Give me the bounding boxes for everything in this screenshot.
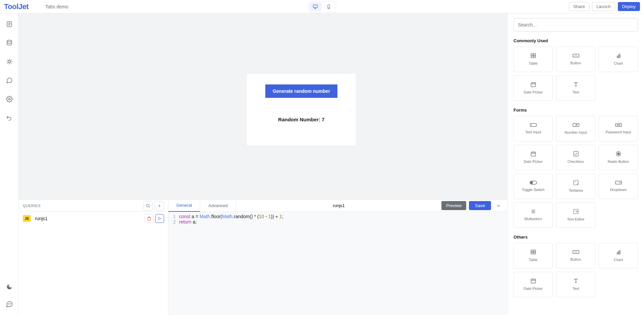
card-widget[interactable]: Generate random number Random Number: 7: [247, 74, 356, 146]
svg-point-2: [328, 7, 329, 8]
widget-label: Chart: [614, 61, 623, 66]
widget-text[interactable]: Text: [556, 272, 595, 297]
widget-button[interactable]: OKButton: [556, 243, 595, 268]
query-name-input[interactable]: [305, 203, 372, 208]
widget-chart[interactable]: Chart: [599, 243, 638, 268]
collapse-panel-button[interactable]: [494, 201, 503, 210]
widget-chart[interactable]: Chart: [599, 47, 638, 72]
password-input-icon: [615, 123, 622, 127]
number-input-icon: 2: [572, 122, 580, 128]
canvas-page: Generate random number Random Number: 7: [66, 13, 498, 199]
add-query-button[interactable]: +: [155, 201, 164, 210]
button-icon: OK: [572, 53, 580, 58]
widget-checkbox[interactable]: Checkbox: [556, 145, 595, 170]
tab-advanced[interactable]: Advanced: [200, 200, 236, 212]
widget-label: Password Input: [606, 130, 631, 134]
date-picker-icon: [530, 278, 537, 284]
widget-label: Textarea: [569, 188, 583, 193]
widget-text[interactable]: Text: [556, 75, 595, 101]
widget-label: Chart: [614, 258, 623, 262]
widget-label: Button: [571, 257, 581, 262]
chart-icon: [615, 53, 622, 59]
svg-rect-15: [531, 83, 536, 87]
canvas[interactable]: Generate random number Random Number: 7: [19, 13, 507, 199]
undo-icon[interactable]: [5, 114, 13, 122]
share-button[interactable]: Share: [569, 2, 589, 11]
deploy-button[interactable]: Deploy: [618, 2, 640, 11]
save-button[interactable]: Save: [469, 201, 491, 210]
widget-multiselect[interactable]: Multiselect: [514, 202, 553, 228]
widget-label: Multiselect: [525, 217, 542, 221]
svg-point-26: [618, 153, 620, 155]
code-line: 1const a = Math.floor(Math.random() * (1…: [168, 214, 507, 219]
preview-button[interactable]: Preview: [441, 201, 466, 210]
query-item[interactable]: JS runjs1: [19, 212, 168, 225]
mobile-icon: [326, 4, 331, 9]
svg-point-22: [619, 125, 620, 125]
widget-table[interactable]: Table: [514, 47, 553, 72]
datasources-icon[interactable]: [5, 39, 13, 47]
widget-dropdown[interactable]: Dropdown: [599, 174, 638, 199]
button-icon: OK: [572, 249, 580, 255]
pages-icon[interactable]: [5, 20, 13, 28]
widget-date-picker[interactable]: Date Picker: [514, 75, 553, 101]
widget-label: Text: [572, 287, 579, 291]
svg-rect-23: [531, 152, 536, 156]
widget-search-input[interactable]: [514, 18, 638, 32]
desktop-device-button[interactable]: [309, 2, 321, 11]
widget-number-input[interactable]: 2Number Input: [556, 116, 595, 141]
widget-date-picker[interactable]: Date Picker: [514, 145, 553, 170]
widget-radio-button[interactable]: Radio Button: [599, 145, 638, 170]
svg-point-6: [8, 99, 10, 100]
section-title: Commonly Used: [514, 38, 638, 43]
random-number-text: Random Number: 7: [278, 117, 324, 122]
svg-point-9: [10, 304, 10, 304]
chart-icon: [615, 249, 622, 255]
play-icon: [158, 216, 162, 220]
widget-panel: Commonly UsedTableOKButtonChartDate Pick…: [507, 13, 644, 315]
toggle-switch-icon: [529, 180, 537, 185]
code-line: 2return a;: [168, 219, 507, 225]
debug-icon[interactable]: [5, 58, 13, 66]
svg-rect-24: [574, 152, 578, 156]
text-icon: [573, 81, 579, 87]
query-list-header: QUERIES +: [19, 200, 168, 212]
delete-query-button[interactable]: [145, 214, 153, 223]
mobile-device-button[interactable]: [323, 2, 335, 11]
comments-icon[interactable]: [5, 76, 13, 84]
widget-date-picker[interactable]: Date Picker: [514, 272, 553, 297]
svg-rect-16: [530, 124, 536, 127]
svg-rect-31: [615, 181, 621, 184]
run-query-button[interactable]: [155, 214, 164, 223]
widget-toggle-switch[interactable]: Toggle Switch: [514, 174, 553, 199]
widget-label: Radio Button: [608, 160, 629, 164]
help-icon[interactable]: [5, 300, 13, 308]
widget-textarea[interactable]: TTextarea: [556, 174, 595, 199]
generate-random-button[interactable]: Generate random number: [265, 84, 337, 98]
launch-button[interactable]: Launch: [592, 2, 615, 11]
svg-rect-37: [531, 279, 536, 283]
chevron-down-icon: [496, 203, 501, 208]
widget-text-input[interactable]: Text Input: [514, 116, 553, 141]
table-icon: [530, 53, 537, 59]
widget-table[interactable]: Table: [514, 243, 553, 268]
settings-icon[interactable]: [5, 95, 13, 103]
widget-button[interactable]: OKButton: [556, 47, 595, 72]
code-editor[interactable]: 1const a = Math.floor(Math.random() * (1…: [168, 212, 507, 315]
query-editor: General Advanced Preview Save 1const a =…: [168, 200, 507, 315]
widget-label: Table: [529, 258, 537, 262]
search-queries-button[interactable]: [143, 201, 153, 210]
svg-text:T: T: [575, 181, 576, 183]
radio-button-icon: [615, 151, 622, 157]
app-name[interactable]: Tabs demo: [45, 4, 68, 9]
tab-general[interactable]: General: [168, 200, 200, 212]
text-icon: [573, 278, 579, 284]
textarea-icon: T: [573, 180, 579, 186]
widget-label: Toggle Switch: [522, 188, 545, 192]
query-item-name: runjs1: [35, 216, 48, 221]
svg-point-7: [8, 304, 8, 304]
svg-point-8: [9, 304, 9, 304]
widget-password-input[interactable]: Password Input: [599, 116, 638, 141]
widget-text-editor[interactable]: TText Editor: [556, 202, 595, 228]
theme-icon[interactable]: [5, 283, 13, 291]
